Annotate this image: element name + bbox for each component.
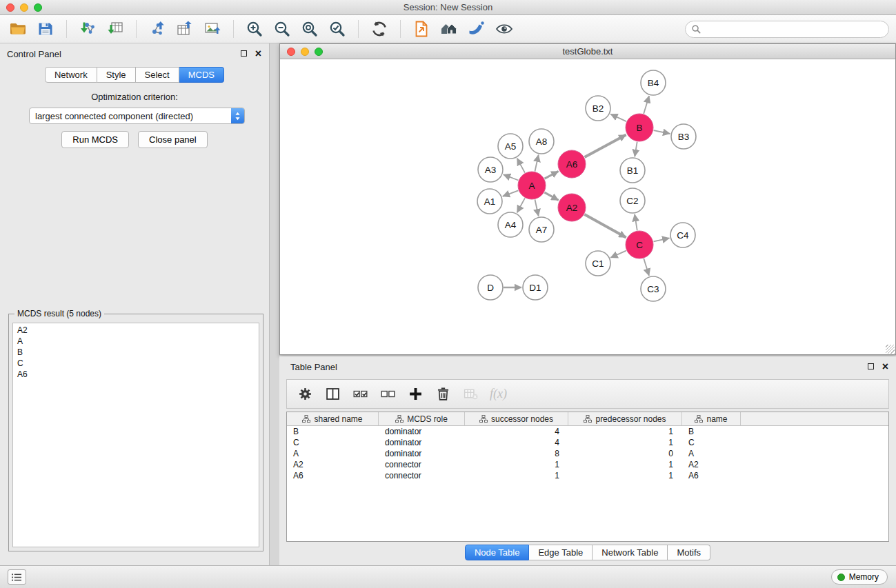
edge-B-B1[interactable] xyxy=(635,142,637,157)
edge-C-C3[interactable] xyxy=(644,258,649,276)
edge-B-B2[interactable] xyxy=(610,114,626,122)
import-network-icon[interactable] xyxy=(74,17,101,41)
zoom-selected-icon[interactable] xyxy=(323,17,351,41)
mcds-result-item[interactable]: A6 xyxy=(13,369,259,380)
criterion-dropdown[interactable]: largest connected component (directed) xyxy=(29,108,245,124)
node-A7[interactable]: A7 xyxy=(529,217,554,242)
mcds-result-list[interactable]: A2ABCA6 xyxy=(12,323,259,547)
table-settings-icon[interactable] xyxy=(292,381,318,407)
node-C[interactable]: C xyxy=(626,231,653,258)
node-A8[interactable]: A8 xyxy=(529,129,554,154)
zoom-fit-icon[interactable] xyxy=(296,17,323,41)
table-row[interactable]: Adominator80A xyxy=(287,448,888,459)
edge-A-A4[interactable] xyxy=(517,198,525,212)
control-panel-close-icon[interactable] xyxy=(255,50,261,57)
show-graphics-details-icon[interactable] xyxy=(490,17,518,41)
edge-A-A6[interactable] xyxy=(545,171,559,179)
close-mcds-panel-button[interactable]: Close panel xyxy=(138,131,208,148)
node-A3[interactable]: A3 xyxy=(478,157,503,182)
network-window-titlebar[interactable]: testGlobe.txt xyxy=(280,44,895,59)
tab-node-table[interactable]: Node Table xyxy=(465,545,530,560)
edge-B-B3[interactable] xyxy=(654,130,670,134)
tab-motifs[interactable]: Motifs xyxy=(668,545,710,560)
column-header-predecessor-nodes[interactable]: predecessor nodes xyxy=(568,412,682,425)
node-B2[interactable]: B2 xyxy=(586,96,610,121)
edge-C-C2[interactable] xyxy=(635,214,637,231)
edge-A-A2[interactable] xyxy=(544,192,558,200)
table-row[interactable]: A6connector11A6 xyxy=(287,470,888,481)
node-A4[interactable]: A4 xyxy=(498,212,523,237)
run-mcds-button[interactable]: Run MCDS xyxy=(61,131,129,148)
edge-C-C1[interactable] xyxy=(610,251,626,258)
save-session-icon[interactable] xyxy=(32,17,59,41)
node-A1[interactable]: A1 xyxy=(477,189,502,214)
resize-grip[interactable] xyxy=(886,345,895,354)
apply-layout-icon[interactable] xyxy=(366,17,393,41)
table-row[interactable]: Bdominator41B xyxy=(287,426,888,437)
search-input[interactable] xyxy=(705,24,883,34)
edge-A-A5[interactable] xyxy=(517,159,525,173)
edge-C-C4[interactable] xyxy=(654,238,670,241)
memory-button[interactable]: Memory xyxy=(831,569,888,585)
table-panel-float-icon[interactable] xyxy=(868,363,874,369)
export-table-icon[interactable] xyxy=(171,17,199,41)
zoom-out-icon[interactable] xyxy=(268,17,296,41)
zoom-in-icon[interactable] xyxy=(241,17,268,41)
edge-A-A8[interactable] xyxy=(535,155,539,172)
node-C2[interactable]: C2 xyxy=(620,188,645,213)
node-B4[interactable]: B4 xyxy=(641,70,666,95)
edge-A-A1[interactable] xyxy=(503,190,519,196)
import-table-icon[interactable] xyxy=(101,17,129,41)
node-A5[interactable]: A5 xyxy=(498,134,523,159)
edge-A2-C[interactable] xyxy=(584,214,626,237)
node-D1[interactable]: D1 xyxy=(523,275,548,300)
tab-mcds[interactable]: MCDS xyxy=(179,67,224,83)
network-canvas-container[interactable]: B4B2BB3A8A5A6A3B1AA1C2A2A4A7C4CC1DD1C3 xyxy=(280,59,895,354)
table-panel-close-icon[interactable] xyxy=(882,363,888,370)
node-C3[interactable]: C3 xyxy=(641,276,666,301)
column-header-name[interactable]: name xyxy=(682,412,741,425)
column-header-mcds-role[interactable]: MCDS role xyxy=(379,412,465,425)
tab-edge-table[interactable]: Edge Table xyxy=(529,545,593,560)
delete-column-icon[interactable] xyxy=(430,381,456,407)
mcds-result-item[interactable]: C xyxy=(13,358,259,369)
node-B1[interactable]: B1 xyxy=(620,158,645,183)
home-icon[interactable] xyxy=(435,17,463,41)
select-all-rows-icon[interactable] xyxy=(348,381,373,407)
node-C4[interactable]: C4 xyxy=(670,223,695,247)
task-history-button[interactable] xyxy=(8,569,26,585)
node-C1[interactable]: C1 xyxy=(586,251,610,276)
table-row[interactable]: Cdominator41C xyxy=(287,437,888,448)
edge-B-B4[interactable] xyxy=(644,96,649,114)
mcds-result-item[interactable]: A xyxy=(13,336,259,347)
show-columns-icon[interactable] xyxy=(320,381,346,407)
open-session-icon[interactable] xyxy=(4,17,32,41)
node-B[interactable]: B xyxy=(626,114,653,141)
edge-A6-B[interactable] xyxy=(585,135,626,158)
mcds-result-item[interactable]: A2 xyxy=(13,325,259,336)
tab-network[interactable]: Network xyxy=(45,67,97,83)
table-row[interactable]: A2connector11A2 xyxy=(287,459,888,470)
control-panel-float-icon[interactable] xyxy=(241,50,247,57)
node-D[interactable]: D xyxy=(478,275,503,300)
export-network-icon[interactable] xyxy=(143,17,171,41)
tab-select[interactable]: Select xyxy=(136,67,179,83)
edge-A-A7[interactable] xyxy=(535,200,539,216)
help-icon[interactable] xyxy=(463,17,490,41)
export-image-icon[interactable] xyxy=(199,17,226,41)
node-A6[interactable]: A6 xyxy=(558,150,586,178)
node-B3[interactable]: B3 xyxy=(671,124,696,149)
search-box[interactable] xyxy=(685,21,889,38)
deselect-all-rows-icon[interactable] xyxy=(375,381,401,407)
edge-A-A3[interactable] xyxy=(504,174,519,180)
column-header-shared-name[interactable]: shared name xyxy=(287,412,379,425)
open-browser-icon[interactable] xyxy=(408,17,435,41)
tab-style[interactable]: Style xyxy=(97,67,136,83)
node-A[interactable]: A xyxy=(518,172,546,199)
add-column-icon[interactable] xyxy=(403,381,428,407)
column-header-successor-nodes[interactable]: successor nodes xyxy=(465,412,568,425)
network-canvas[interactable]: B4B2BB3A8A5A6A3B1AA1C2A2A4A7C4CC1DD1C3 xyxy=(280,59,895,354)
mcds-result-item[interactable]: B xyxy=(13,347,259,358)
tab-network-table[interactable]: Network Table xyxy=(593,545,668,560)
node-A2[interactable]: A2 xyxy=(558,194,586,221)
